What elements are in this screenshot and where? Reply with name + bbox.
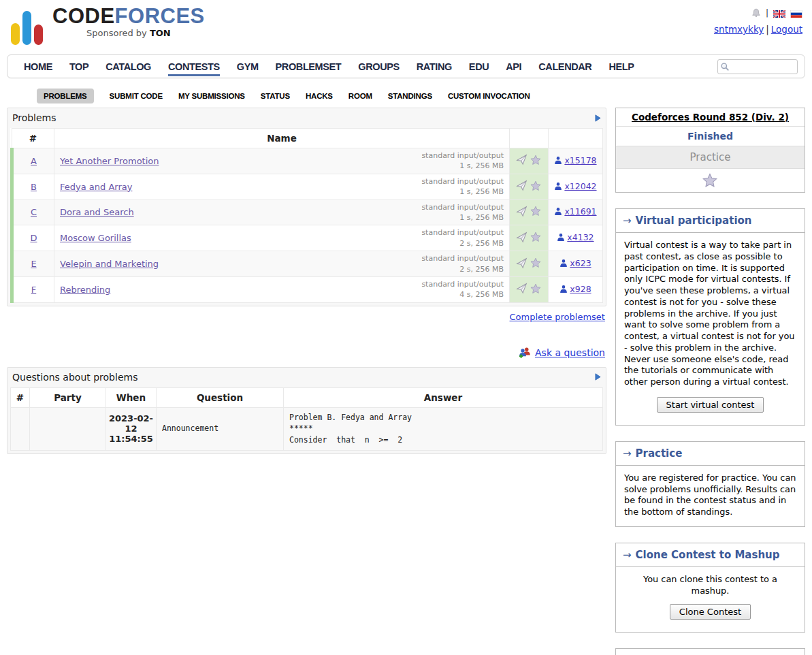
person-icon xyxy=(554,182,562,191)
search-icon xyxy=(720,62,730,74)
complete-problemset-link[interactable]: Complete problemset xyxy=(510,312,605,322)
subnav-item-standings[interactable]: STANDINGS xyxy=(388,92,432,100)
submit-plane-icon[interactable] xyxy=(516,283,527,296)
nav-item-top[interactable]: TOP xyxy=(69,56,88,76)
flag-en-icon[interactable] xyxy=(773,10,785,17)
bell-icon[interactable] xyxy=(751,8,761,18)
nav-item-edu[interactable]: EDU xyxy=(469,56,489,76)
star-icon[interactable] xyxy=(530,283,541,296)
question-party xyxy=(30,407,106,450)
problem-letter-link[interactable]: A xyxy=(31,156,37,166)
problem-letter-link[interactable]: D xyxy=(30,233,37,243)
submit-plane-icon[interactable] xyxy=(516,206,527,219)
clone-contest-button[interactable]: Clone Contest xyxy=(670,604,751,620)
solved-count-link[interactable]: x623 xyxy=(559,258,591,268)
question-answer: Problem B. Fedya and Array ***** Conside… xyxy=(284,407,603,450)
person-icon xyxy=(559,285,568,293)
practice-description: You are registered for practice. You can… xyxy=(624,473,796,517)
logout-link[interactable]: Logout xyxy=(771,24,802,35)
problem-limits: 1 s, 256 MB xyxy=(421,212,504,223)
nav-item-home[interactable]: HOME xyxy=(24,56,52,76)
nav-item-catalog[interactable]: CATALOG xyxy=(105,56,151,76)
problem-constraints: standard input/output2 s, 256 MB xyxy=(421,227,504,249)
problem-io: standard input/output xyxy=(421,279,504,289)
problem-name-link[interactable]: Yet Another Promotion xyxy=(60,156,159,166)
solved-count-link[interactable]: x11691 xyxy=(554,206,596,217)
problem-name-link[interactable]: Velepin and Marketing xyxy=(60,259,159,269)
solved-count-link[interactable]: x12042 xyxy=(554,181,596,191)
problem-name-link[interactable]: Fedya and Array xyxy=(60,182,132,192)
q-col-party: Party xyxy=(30,387,106,407)
submit-plane-icon[interactable] xyxy=(516,180,527,193)
contest-title-link[interactable]: Codeforces Round 852 (Div. 2) xyxy=(632,112,789,123)
submit-plane-icon[interactable] xyxy=(516,154,527,167)
nav-item-gym[interactable]: GYM xyxy=(237,56,259,76)
subnav-item-hacks[interactable]: HACKS xyxy=(306,92,333,100)
nav-item-help[interactable]: HELP xyxy=(608,56,634,76)
favorite-star-icon[interactable] xyxy=(616,169,805,192)
problem-letter-link[interactable]: C xyxy=(31,207,37,217)
practice-title: Practice xyxy=(636,447,683,460)
problem-constraints: standard input/output1 s, 256 MB xyxy=(421,202,504,223)
nav-item-contests[interactable]: CONTESTS xyxy=(168,56,220,76)
nav-item-calendar[interactable]: CALENDAR xyxy=(538,56,591,76)
problem-letter-link[interactable]: E xyxy=(31,259,36,269)
question-num xyxy=(11,407,30,450)
submit-plane-icon[interactable] xyxy=(516,257,527,271)
problem-row: DMoscow Gorillasstandard input/output2 s… xyxy=(12,225,603,251)
subnav-item-status[interactable]: STATUS xyxy=(261,92,290,100)
ask-question-icon xyxy=(519,347,531,359)
ask-question-link[interactable]: Ask a question xyxy=(535,347,605,358)
collapse-arrow-icon[interactable] xyxy=(595,114,601,122)
problem-io: standard input/output xyxy=(421,202,504,212)
contest-info-box: Codeforces Round 852 (Div. 2) Finished P… xyxy=(615,108,805,193)
subnav-item-problems[interactable]: PROBLEMS xyxy=(37,89,94,103)
person-icon xyxy=(559,259,568,268)
problem-io: standard input/output xyxy=(421,253,504,263)
subnav-item-my-submissions[interactable]: MY SUBMISSIONS xyxy=(178,92,245,100)
star-icon[interactable] xyxy=(530,206,541,219)
star-icon[interactable] xyxy=(530,180,541,193)
codeforces-logo[interactable]: CODEFORCES Sponsored by TON xyxy=(10,5,205,53)
virtual-description: Virtual contest is a way to take part in… xyxy=(624,240,795,387)
logo-title: CODEFORCES xyxy=(52,5,205,27)
nav-item-problemset[interactable]: PROBLEMSET xyxy=(276,56,342,76)
lang-separator: | xyxy=(766,8,768,18)
flag-ru-icon[interactable] xyxy=(790,10,802,17)
nav-item-rating[interactable]: RATING xyxy=(417,56,452,76)
problem-name-link[interactable]: Dora and Search xyxy=(60,207,134,217)
problem-constraints: standard input/output1 s, 256 MB xyxy=(421,176,504,197)
collapse-arrow-icon[interactable] xyxy=(595,373,601,381)
contest-mode: Practice xyxy=(616,146,805,169)
star-icon[interactable] xyxy=(530,155,541,167)
problem-letter-link[interactable]: F xyxy=(31,285,36,295)
arrow-icon: → xyxy=(623,214,632,227)
problem-row: FRebrendingstandard input/output4 s, 256… xyxy=(12,276,603,302)
person-icon xyxy=(554,156,562,165)
main-menu: HOMETOPCATALOGCONTESTSGYMPROBLEMSETGROUP… xyxy=(7,54,805,78)
clone-mashup-box: →Clone Contest to Mashup You can clone t… xyxy=(615,543,805,633)
nav-item-api[interactable]: API xyxy=(506,56,521,76)
question-when: 2023-02-12 11:54:55 xyxy=(106,407,157,450)
col-header-name: Name xyxy=(54,129,510,148)
solved-count-link[interactable]: x928 xyxy=(559,284,591,294)
star-icon[interactable] xyxy=(530,257,541,270)
problem-name-link[interactable]: Rebrending xyxy=(60,285,110,295)
problem-limits: 1 s, 256 MB xyxy=(421,187,504,197)
problem-limits: 4 s, 256 MB xyxy=(421,289,504,300)
subnav-item-submit-code[interactable]: SUBMIT CODE xyxy=(110,92,163,100)
problem-io: standard input/output xyxy=(421,176,504,187)
questions-caption: Questions about problems xyxy=(12,372,137,383)
start-virtual-contest-button[interactable]: Start virtual contest xyxy=(657,397,764,413)
nav-item-groups[interactable]: GROUPS xyxy=(358,56,399,76)
solved-count-link[interactable]: x4132 xyxy=(557,232,594,242)
logo-sponsor: Sponsored by TON xyxy=(52,28,205,38)
subnav-item-room[interactable]: ROOM xyxy=(348,92,372,100)
subnav-item-custom-invocation[interactable]: CUSTOM INVOCATION xyxy=(448,92,530,100)
solved-count-link[interactable]: x15178 xyxy=(554,155,596,165)
problem-letter-link[interactable]: B xyxy=(31,182,37,192)
problem-name-link[interactable]: Moscow Gorillas xyxy=(60,233,131,243)
username-link[interactable]: sntmxykky xyxy=(714,24,764,35)
star-icon[interactable] xyxy=(530,231,541,244)
submit-plane-icon[interactable] xyxy=(516,231,527,245)
